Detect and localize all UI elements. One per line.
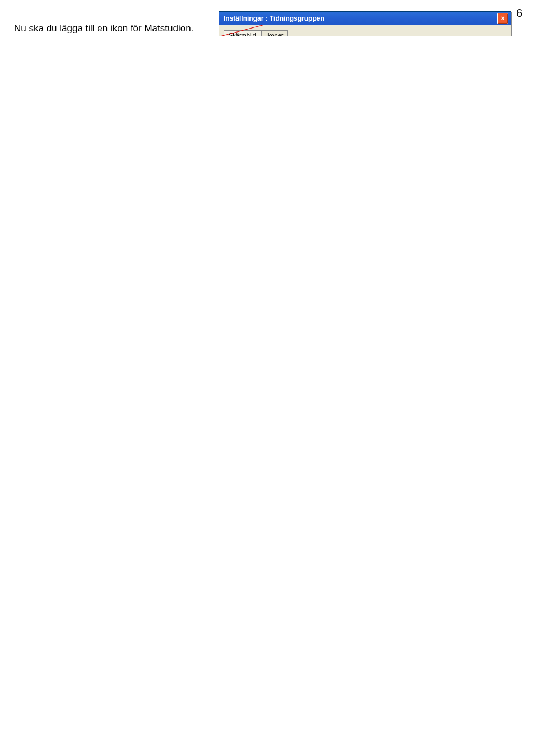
instructions-block-1: Nu ska du lägga till en ikon för Matstud…	[14, 22, 205, 36]
text-line: Nu ska du lägga till en ikon för Matstud…	[14, 22, 205, 35]
window-title: Inställningar : Tidningsgruppen	[221, 15, 324, 22]
titlebar[interactable]: Inställningar : Tidningsgruppen ×	[219, 12, 511, 25]
page-number: 6	[516, 7, 522, 20]
dialog-installningar: Inställningar : Tidningsgruppen × Skärmb…	[219, 11, 511, 36]
close-icon[interactable]: ×	[497, 13, 508, 24]
tab-ikoner[interactable]: Ikoner	[261, 30, 289, 36]
